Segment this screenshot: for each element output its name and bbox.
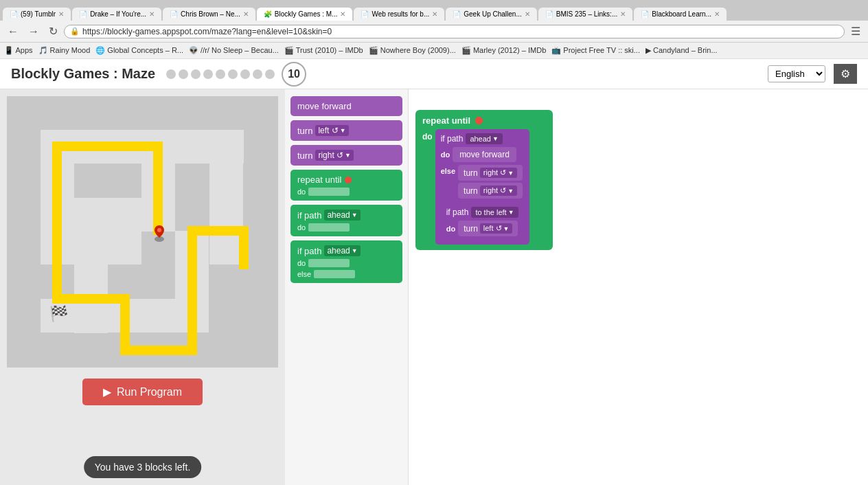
if-path-left-header: if path to the left ▼ [446,207,518,218]
repeat-until-text: repeat until [422,115,470,126]
bookmarks-bar: 📱 Apps 🎵 Rainy Mood 🌐 Global Concepts – … [0,43,868,59]
toolbox-if-path-2[interactable]: if path ahead ▼ do else [290,240,402,283]
main-content: 🏁 You have 3 blocks left. ▶ Run Program … [0,89,868,485]
toolbox-if-path-1[interactable]: if path ahead ▼ do [290,205,402,236]
if-else-row: else turn right ↺ ▼ turn [441,165,524,199]
do-slot [308,188,350,196]
workspace[interactable]: repeat until do if path ahead ▼ [409,89,868,485]
do-label-2: do [297,259,306,267]
toolbox-turn-right[interactable]: turn right ↺ ▼ [290,145,402,166]
turn-right-block-2[interactable]: turn right ↺ ▼ [458,183,523,199]
menu-button[interactable]: ☰ [847,23,864,39]
toolbox-turn-left[interactable]: turn left ↺ ▼ [290,120,402,141]
repeat-flag-icon [475,116,483,125]
language-selector-wrap: English Español Français Deutsch ⚙ [768,64,857,84]
turn-left-block[interactable]: turn left ↺ ▼ [458,221,518,236]
do-slot-1 [308,223,350,232]
bm-candyland[interactable]: ▶ Candyland – Brin... [646,46,718,55]
tab-blackboard[interactable]: 📄Blackboard Learn...✕ [634,8,727,21]
right-dropdown-1[interactable]: right ↺ ▼ [480,168,517,178]
if-path-ahead-block[interactable]: if path ahead ▼ do move forward else [435,129,529,245]
to-left-dropdown[interactable]: to the left ▼ [471,207,518,218]
tab-bmis[interactable]: 📄BMIS 235 – Links:...✕ [538,8,633,21]
repeat-until-label: repeat until [297,174,341,185]
tab-geek[interactable]: 📄Geek Up Challen...✕ [446,8,537,21]
dot-3 [191,69,201,79]
back-button[interactable]: ← [4,24,22,39]
bm-rainy[interactable]: 🎵 Rainy Mood [38,46,91,55]
blocks-left-indicator: You have 3 blocks left. [84,456,202,478]
turn-label-left: turn [464,224,478,234]
app-header: Blockly Games : Maze 10 English Español … [0,59,868,89]
run-button-label: Run Program [117,386,182,398]
dot-5 [216,69,225,79]
bm-apps[interactable]: 📱 Apps [4,46,33,55]
turn-right-label: turn [297,150,312,161]
turn-right-block-1[interactable]: turn right ↺ ▼ [458,165,523,181]
player-marker [155,225,164,242]
language-select[interactable]: English Español Français Deutsch [768,65,825,82]
toolbox: move forward turn left ↺ ▼ turn right ↺ … [285,89,409,485]
repeat-until-block[interactable]: repeat until do if path ahead ▼ [415,110,553,250]
tab-web[interactable]: 📄Web results for b...✕ [354,8,444,21]
tab-blockly[interactable]: 🧩Blockly Games : M...✕ [257,8,353,21]
workspace-blocks: repeat until do if path ahead ▼ [415,110,553,250]
bm-nosleep[interactable]: 👽 //r/ No Sleep – Becau... [189,46,279,55]
maze-canvas: 🏁 [7,96,278,368]
tab-chrisbrown[interactable]: 📄Chris Brown – Ne...✕ [163,8,255,21]
if-path-label-2: if path [297,246,321,256]
bm-projectfree[interactable]: 📺 Project Free TV :: ski... [551,46,640,55]
ahead-dropdown[interactable]: ahead ▼ [466,133,503,144]
tab-tumblr[interactable]: 📄(59) Tumblr✕ [3,8,71,21]
reload-button[interactable]: ↻ [45,23,61,39]
dot-7 [240,69,250,79]
repeat-header: repeat until [422,115,546,126]
if-left-do-label: do [446,225,455,233]
dot-6 [228,69,238,79]
level-badge: 10 [282,62,306,87]
bm-trust[interactable]: 🎬 Trust (2010) – IMDb [284,46,363,55]
svg-point-14 [157,228,161,232]
if-path-dropdown-2[interactable]: ahead ▼ [324,245,360,256]
toolbox-repeat-until[interactable]: repeat until do [290,170,402,201]
dot-4 [203,69,213,79]
turn-left-dropdown[interactable]: left ↺ ▼ [315,125,348,136]
do-slot-2 [308,259,350,267]
move-forward-label: move forward [297,101,352,111]
if-do-label: do [441,150,450,159]
run-program-button[interactable]: ▶ Run Program [82,379,203,405]
else-slot-2 [314,270,355,278]
right-dropdown-2[interactable]: right ↺ ▼ [480,185,517,196]
if-path-label-1: if path [297,210,321,221]
lock-icon: 🔒 [70,27,80,36]
url-bar[interactable]: 🔒 https://blockly-games.appspot.com/maze… [64,25,845,38]
bm-global[interactable]: 🌐 Global Concepts – R... [95,46,183,55]
tab-drake[interactable]: 📄Drake – If You're...✕ [72,8,161,21]
left-dropdown[interactable]: left ↺ ▼ [480,223,513,234]
toolbox-move-forward[interactable]: move forward [290,96,402,116]
url-text: https://blockly-games.appspot.com/maze?l… [82,27,332,36]
gear-button[interactable]: ⚙ [834,64,857,84]
maze-svg [7,96,278,368]
else-label-2: else [297,270,311,278]
move-forward-block[interactable]: move forward [453,147,516,162]
page-title: Blockly Games : Maze [11,66,155,82]
dot-8 [253,69,262,79]
bm-nowhere[interactable]: 🎬 Nowhere Boy (2009)... [369,46,456,55]
app-container: Blockly Games : Maze 10 English Español … [0,59,868,485]
turn-right-dropdown[interactable]: right ↺ ▼ [315,150,354,161]
if-path-left-block[interactable]: if path to the left ▼ do turn left ↺ ▼ [441,203,524,240]
nav-bar: ← → ↻ 🔒 https://blockly-games.appspot.co… [0,21,868,43]
repeat-do-label: do [422,129,433,142]
dot-2 [179,69,188,79]
if-path-dropdown-1[interactable]: ahead ▼ [324,210,360,221]
if-do-row: do move forward [441,147,524,162]
do-label: do [297,188,306,196]
maze-area: 🏁 You have 3 blocks left. ▶ Run Program [0,89,285,485]
turn-left-label: turn [297,126,312,136]
turn-label-1: turn [464,168,478,178]
forward-button[interactable]: → [25,24,43,39]
bm-marley[interactable]: 🎬 Marley (2012) – IMDb [461,46,546,55]
if-path-text: if path [441,134,464,144]
tab-bar: 📄(59) Tumblr✕ 📄Drake – If You're...✕ 📄Ch… [0,0,868,21]
